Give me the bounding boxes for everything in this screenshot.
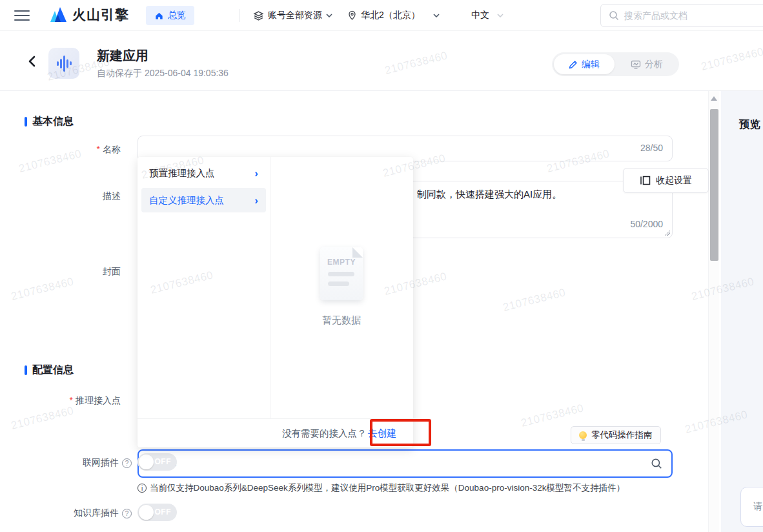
toggle-knob — [139, 455, 154, 469]
overview-button[interactable]: 总览 — [146, 6, 194, 25]
empty-document-icon: EMPTY — [320, 247, 363, 300]
form-content: 基本信息 *名称 28/50 描述 制同款，快速搭建强大的AI应用。 50/20… — [0, 91, 708, 532]
scrollbar-thumb[interactable] — [710, 109, 718, 261]
toggle-knob — [139, 505, 154, 520]
required-marker: * — [70, 395, 73, 405]
question-icon[interactable]: ? — [122, 458, 132, 468]
footer-text: 没有需要的接入点？ — [282, 427, 367, 440]
analytics-icon — [631, 60, 641, 69]
region-selector[interactable]: 华北2（北京） — [347, 0, 440, 31]
search-icon — [609, 10, 619, 21]
question-icon[interactable]: ? — [122, 509, 132, 518]
kb-plugin-label: 知识库插件 ? — [26, 507, 132, 519]
endpoint-placeholder: 请选择 — [148, 458, 651, 470]
preview-title: 预览 — [739, 118, 760, 132]
chevron-right-icon: › — [254, 168, 258, 179]
overview-label: 总览 — [168, 10, 186, 21]
chevron-right-icon: › — [254, 195, 258, 206]
chevron-down-icon — [433, 14, 440, 17]
app-avatar — [48, 48, 79, 79]
name-field-label: *名称 — [39, 144, 121, 156]
cover-field-label: 封面 — [39, 266, 121, 278]
search-icon — [651, 458, 662, 469]
pencil-icon — [569, 60, 578, 69]
layers-icon — [253, 10, 264, 21]
menu-item-preset-endpoint[interactable]: 预置推理接入点 › — [141, 161, 266, 185]
folded-corner — [352, 247, 363, 258]
region-label: 华北2（北京） — [361, 10, 420, 21]
toggle-off-label: OFF — [155, 457, 172, 466]
logo-text: 火山引擎 — [72, 6, 129, 24]
scroll-up-icon[interactable] — [711, 96, 717, 101]
language-selector[interactable]: 中文 — [471, 0, 504, 31]
desc-counter: 50/2000 — [630, 219, 663, 229]
tab-analyze[interactable]: 分析 — [615, 59, 679, 70]
tab-edit-label: 编辑 — [582, 59, 600, 70]
zero-code-guide-label: 零代码操作指南 — [591, 429, 653, 441]
resource-selector[interactable]: 账号全部资源 — [253, 0, 332, 31]
volcengine-logo[interactable]: 火山引擎 — [48, 5, 129, 25]
zero-code-guide-button[interactable]: 零代码操作指南 — [571, 426, 661, 444]
name-counter: 28/50 — [640, 143, 663, 153]
desc-field-label: 描述 — [39, 190, 121, 202]
language-label: 中文 — [471, 10, 489, 21]
toggle-off-label: OFF — [155, 507, 172, 517]
collapse-settings-button[interactable]: 收起设置 — [623, 168, 709, 193]
info-icon: i — [137, 484, 147, 493]
back-icon[interactable] — [27, 56, 37, 67]
page-title: 新建应用 — [97, 47, 148, 65]
home-icon — [154, 11, 164, 21]
collapse-settings-label: 收起设置 — [656, 175, 692, 187]
volcengine-create-app-page: 火山引擎 总览 账号全部资源 华北2（北京） 中文 — [0, 0, 763, 532]
collapse-panel-icon — [640, 176, 651, 185]
chevron-down-icon — [326, 14, 332, 17]
mode-switcher: 编辑 分析 — [552, 52, 679, 76]
section-basic-info: 基本信息 — [25, 115, 74, 128]
chevron-down-icon — [497, 14, 504, 17]
resize-handle-icon[interactable] — [664, 230, 670, 236]
kb-plugin-toggle[interactable]: OFF — [137, 504, 177, 521]
section-accent-bar — [25, 117, 27, 127]
endpoint-list-area: EMPTY 暂无数据 — [270, 157, 413, 418]
section-accent-bar — [25, 365, 27, 375]
lightbulb-icon — [579, 431, 587, 439]
scrollbar — [708, 91, 719, 532]
tab-analyze-label: 分析 — [645, 59, 663, 70]
section-config: 配置信息 — [25, 363, 74, 377]
annotation-highlight-box — [370, 419, 431, 446]
section-basic-title: 基本信息 — [32, 115, 74, 128]
menu-icon[interactable] — [14, 10, 30, 21]
tab-edit[interactable]: 编辑 — [554, 54, 615, 74]
endpoint-hint: i 当前仅支持Doubao系列&DeepSeek系列模型，建议使用Pro模型获取… — [137, 482, 625, 494]
endpoint-field-label: *推理接入点 — [39, 395, 121, 407]
web-plugin-label: 联网插件 ? — [26, 457, 132, 469]
web-plugin-toggle[interactable]: OFF — [137, 453, 177, 471]
endpoint-select[interactable]: 请选择 — [137, 449, 673, 478]
topbar: 火山引擎 总览 账号全部资源 华北2（北京） 中文 — [0, 0, 763, 31]
global-search[interactable] — [600, 4, 763, 27]
menu-item-custom-endpoint[interactable]: 自定义推理接入点 › — [141, 188, 266, 212]
empty-state: EMPTY 暂无数据 — [296, 247, 387, 327]
search-input[interactable] — [624, 10, 763, 21]
page-header: 新建应用 自动保存于 2025-06-04 19:05:36 编辑 分析 — [0, 31, 763, 91]
description-text: 制同款，快速搭建强大的AI应用。 — [417, 189, 562, 201]
autosave-status: 自动保存于 2025-06-04 19:05:36 — [97, 68, 229, 79]
empty-state-label: 暂无数据 — [296, 314, 387, 327]
section-config-title: 配置信息 — [32, 363, 74, 377]
resource-label: 账号全部资源 — [268, 10, 322, 21]
location-pin-icon — [347, 10, 357, 21]
endpoint-dropdown-panel: 预置推理接入点 › 自定义推理接入点 › EMPTY 暂无数据 — [137, 157, 413, 447]
endpoint-type-menu: 预置推理接入点 › 自定义推理接入点 › — [137, 157, 270, 418]
required-marker: * — [97, 144, 100, 154]
preview-message-input[interactable]: 请 — [740, 487, 763, 527]
volcengine-logo-icon — [48, 5, 68, 25]
preview-panel: 预览 请 — [721, 91, 763, 532]
empty-badge-text: EMPTY — [320, 258, 363, 267]
divider — [239, 9, 239, 22]
